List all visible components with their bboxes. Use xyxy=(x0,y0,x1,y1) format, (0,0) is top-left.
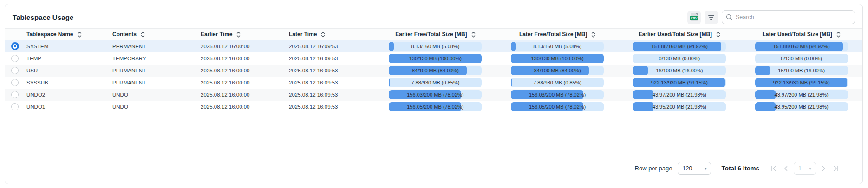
cell-later-free: 7.88/930 MB (0.85%) xyxy=(496,77,619,89)
earlier-free-bar: 8.13/160 MB (5.08%) xyxy=(389,42,482,51)
radio-column-header xyxy=(5,29,25,40)
column-label: Tablespace Name xyxy=(26,31,73,38)
later-free-bar: 156.05/200 MB (78.02%) xyxy=(511,102,604,111)
bar-label: 151.88/160 MB (94.92%) xyxy=(633,42,726,51)
total-items-label: Total 6 items xyxy=(721,165,759,172)
last-page-button[interactable] xyxy=(832,165,840,172)
cell-later-time: 2025.08.12 16:09:53 xyxy=(287,40,374,52)
cell-name: UNDO2 xyxy=(25,89,111,101)
filter-icon xyxy=(708,15,714,20)
cell-earlier-used: 922.13/930 MB (99.15%) xyxy=(619,77,741,89)
bar-label: 156.03/200 MB (78.02%) xyxy=(389,90,482,99)
row-radio[interactable] xyxy=(11,55,19,62)
earlier-free-bar: 130/130 MB (100.00%) xyxy=(389,54,482,63)
first-page-icon xyxy=(770,166,777,171)
row-radio-cell xyxy=(5,89,25,101)
bar-label: 0/130 MB (0.00%) xyxy=(633,54,726,63)
content-spacer xyxy=(5,113,862,162)
cell-earlier-time: 2025.08.12 16:00:00 xyxy=(199,65,287,77)
cell-earlier-used: 43.95/200 MB (21.98%) xyxy=(619,101,741,113)
column-header-name[interactable]: Tablespace Name xyxy=(25,29,111,40)
bar-label: 7.88/930 MB (0.85%) xyxy=(389,78,482,87)
csv-file-icon: CSV xyxy=(691,13,698,21)
bar-label: 16/100 MB (16.00%) xyxy=(755,66,848,75)
row-radio-selected[interactable] xyxy=(11,42,19,50)
search-input[interactable] xyxy=(722,10,855,24)
rows-per-page: Row per page 120 ▾ xyxy=(635,162,711,175)
page-title: Tablespace Usage xyxy=(13,13,73,21)
earlier-used-bar: 151.88/160 MB (94.92%) xyxy=(633,42,726,51)
cell-earlier-free: 130/130 MB (100.00%) xyxy=(374,52,496,65)
row-radio[interactable] xyxy=(11,67,19,74)
export-csv-button[interactable]: CSV xyxy=(687,11,701,24)
page-size-select[interactable]: 120 ▾ xyxy=(678,162,711,175)
row-radio[interactable] xyxy=(11,79,19,86)
row-radio-cell xyxy=(5,77,25,89)
column-header-earlier-free[interactable]: Earlier Free/Total Size [MB] xyxy=(374,29,496,40)
earlier-used-bar: 922.13/930 MB (99.15%) xyxy=(633,78,726,87)
cell-earlier-time: 2025.08.12 16:00:00 xyxy=(199,52,287,65)
table-row[interactable]: UNDO2UNDO2025.08.12 16:00:002025.08.12 1… xyxy=(5,89,862,101)
sort-icon xyxy=(836,32,841,38)
column-header-later-free[interactable]: Later Free/Total Size [MB] xyxy=(496,29,619,40)
cell-later-free: 8.13/160 MB (5.08%) xyxy=(496,40,619,52)
cell-earlier-used: 16/100 MB (16.00%) xyxy=(619,65,741,77)
page-number-select[interactable]: 1 ▾ xyxy=(794,162,816,175)
cell-name: SYSSUB xyxy=(25,77,111,89)
cell-earlier-used: 43.97/200 MB (21.98%) xyxy=(619,89,741,101)
cell-contents: UNDO xyxy=(111,89,199,101)
later-used-bar: 43.95/200 MB (21.98%) xyxy=(755,102,848,111)
row-radio-cell xyxy=(5,40,25,52)
earlier-free-bar: 7.88/930 MB (0.85%) xyxy=(389,78,482,87)
sort-icon xyxy=(78,32,82,38)
chevron-down-icon: ▾ xyxy=(809,166,811,171)
tablespace-table: Tablespace NameContentsEarlier TimeLater… xyxy=(5,28,862,113)
cell-name: USR xyxy=(25,65,111,77)
cell-later-free: 156.05/200 MB (78.02%) xyxy=(496,101,619,113)
row-radio[interactable] xyxy=(11,91,19,98)
cell-later-free: 84/100 MB (84.00%) xyxy=(496,65,619,77)
bar-label: 156.05/200 MB (78.02%) xyxy=(511,102,604,111)
cell-earlier-time: 2025.08.12 16:00:00 xyxy=(199,89,287,101)
prev-page-button[interactable] xyxy=(783,165,789,172)
column-label: Earlier Free/Total Size [MB] xyxy=(395,31,467,38)
column-label: Later Time xyxy=(289,31,317,38)
table-row[interactable]: USRPERMANENT2025.08.12 16:00:002025.08.1… xyxy=(5,65,862,77)
row-radio[interactable] xyxy=(11,103,19,110)
earlier-free-bar: 156.05/200 MB (78.02%) xyxy=(389,102,482,111)
row-radio-cell xyxy=(5,101,25,113)
pagination-bar: Row per page 120 ▾ Total 6 items 1 ▾ xyxy=(5,162,862,184)
sort-icon xyxy=(591,32,595,38)
cell-contents: PERMANENT xyxy=(111,77,199,89)
column-header-earlier-used[interactable]: Earlier Used/Total Size [MB] xyxy=(619,29,741,40)
first-page-button[interactable] xyxy=(770,165,778,172)
later-free-bar: 7.88/930 MB (0.85%) xyxy=(511,78,604,87)
column-header-earlier-time[interactable]: Earlier Time xyxy=(199,29,287,40)
table-row[interactable]: TEMPTEMPORARY2025.08.12 16:00:002025.08.… xyxy=(5,52,862,65)
table-row[interactable]: SYSSUBPERMANENT2025.08.12 16:00:002025.0… xyxy=(5,77,862,89)
column-header-later-used[interactable]: Later Used/Total Size [MB] xyxy=(740,29,862,40)
cell-earlier-used: 0/130 MB (0.00%) xyxy=(619,52,741,65)
sort-icon xyxy=(716,32,720,38)
later-used-bar: 43.97/200 MB (21.98%) xyxy=(755,90,848,99)
row-radio-cell xyxy=(5,65,25,77)
filter-button[interactable] xyxy=(705,11,718,24)
next-page-button[interactable] xyxy=(821,165,827,172)
cell-later-used: 16/100 MB (16.00%) xyxy=(740,65,862,77)
cell-name: SYSTEM xyxy=(25,40,111,52)
later-used-bar: 0/130 MB (0.00%) xyxy=(755,54,848,63)
column-header-contents[interactable]: Contents xyxy=(111,29,199,40)
cell-earlier-time: 2025.08.12 16:00:00 xyxy=(199,101,287,113)
bar-label: 8.13/160 MB (5.08%) xyxy=(511,42,604,51)
cell-later-used: 922.13/930 MB (99.15%) xyxy=(740,77,862,89)
bar-label: 7.88/930 MB (0.85%) xyxy=(511,78,604,87)
cell-later-free: 130/130 MB (100.00%) xyxy=(496,52,619,65)
cell-later-used: 151.88/160 MB (94.92%) xyxy=(740,40,862,52)
table-row[interactable]: UNDO1UNDO2025.08.12 16:00:002025.08.12 1… xyxy=(5,101,862,113)
cell-name: UNDO1 xyxy=(25,101,111,113)
bar-label: 156.05/200 MB (78.02%) xyxy=(389,102,482,111)
cell-contents: TEMPORARY xyxy=(111,52,199,65)
table-row[interactable]: SYSTEMPERMANENT2025.08.12 16:00:002025.0… xyxy=(5,40,862,52)
column-header-later-time[interactable]: Later Time xyxy=(287,29,374,40)
page-number-value: 1 xyxy=(798,165,802,172)
